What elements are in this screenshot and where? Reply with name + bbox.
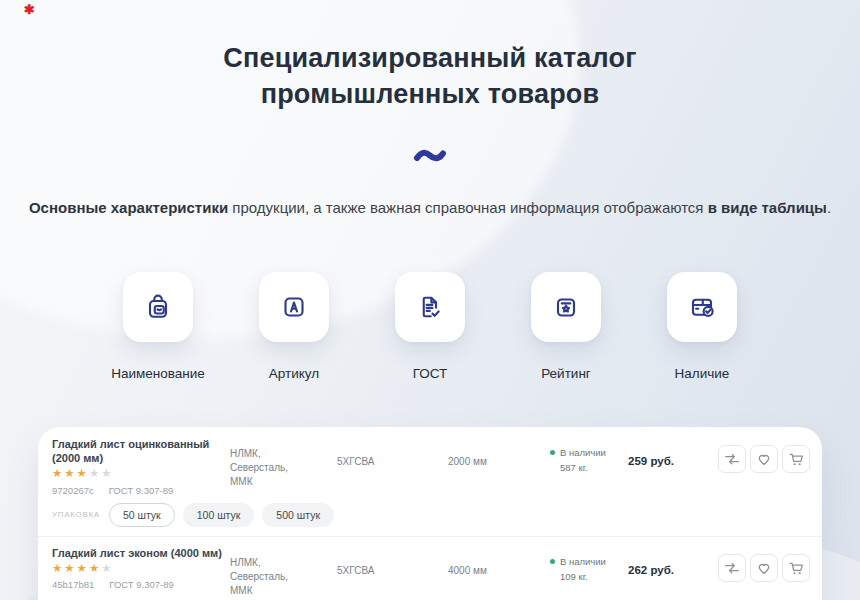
product-name-link[interactable]: Гладкий лист эконом (4000 мм)	[52, 546, 230, 560]
feature-label-rating: Рейтинг	[541, 366, 591, 381]
product-info-cell: Гладкий лист эконом (4000 мм) ★★★★★ 45b1…	[52, 546, 230, 591]
size-cell: 4000 мм	[448, 546, 550, 578]
compare-icon	[723, 450, 741, 468]
cart-icon	[787, 559, 805, 577]
box-check-icon	[687, 292, 717, 322]
feature-name: Наименование	[96, 272, 220, 381]
star-box-icon	[551, 292, 581, 322]
availability-cell: В наличии 109 кг.	[550, 546, 628, 584]
feature-card-availability	[667, 272, 737, 342]
product-row: Гладкий лист эконом (4000 мм) ★★★★★ 45b1…	[52, 546, 806, 600]
subtitle-period: .	[827, 199, 831, 216]
cart-button[interactable]	[782, 554, 810, 582]
page-title-line1: Специализированный каталог	[0, 40, 860, 76]
price-cell: 262 руб.	[628, 546, 718, 578]
suppliers-cell: НЛМК, Северсталь, ММК	[230, 437, 337, 489]
product-gost: ГОСТ 9.307-89	[109, 485, 174, 496]
packaging-option-500[interactable]: 500 штук	[262, 503, 334, 527]
page-subtitle: Основные характеристики продукции, а так…	[0, 199, 860, 216]
row-actions	[718, 546, 810, 582]
corner-asterisk-mark: ✱	[24, 2, 35, 17]
product-name-link[interactable]: Гладкий лист оцинкованный (2000 мм)	[52, 437, 230, 465]
feature-cards-row: Наименование Артикул ГОСТ	[0, 272, 860, 381]
feature-availability: Наличие	[640, 272, 764, 381]
feature-card-name	[123, 272, 193, 342]
stock-amount: 109 кг.	[560, 570, 628, 583]
steel-grade-cell: 5ХГСВА	[337, 437, 448, 469]
wave-divider	[0, 145, 860, 171]
feature-card-rating	[531, 272, 601, 342]
product-info-cell: Гладкий лист оцинкованный (2000 мм) ★★★★…	[52, 437, 230, 496]
feature-label-name: Наименование	[111, 366, 205, 381]
favorite-button[interactable]	[750, 445, 778, 473]
subtitle-text: продукции, а также важная справочная инф…	[228, 199, 707, 216]
row-divider	[38, 536, 822, 537]
size-cell: 2000 мм	[448, 437, 550, 469]
page-title: Специализированный каталог промышленных …	[0, 40, 860, 112]
tilde-wave-icon	[412, 145, 448, 167]
subtitle-bold-tail: в виде таблицы	[708, 199, 827, 216]
product-gost: ГОСТ 9.307-89	[109, 579, 174, 590]
letter-a-icon	[279, 292, 309, 322]
compare-button[interactable]	[718, 554, 746, 582]
suppliers-cell: НЛМК, Северсталь, ММК	[230, 546, 337, 598]
row-actions	[718, 437, 810, 473]
in-stock-dot	[550, 450, 555, 455]
product-table: Гладкий лист оцинкованный (2000 мм) ★★★★…	[38, 427, 822, 600]
stars-filled: ★★★★	[52, 562, 101, 574]
product-row: Гладкий лист оцинкованный (2000 мм) ★★★★…	[52, 437, 806, 527]
favorite-button[interactable]	[750, 554, 778, 582]
stock-status: В наличии	[560, 446, 606, 459]
feature-card-article	[259, 272, 329, 342]
stock-status: В наличии	[560, 555, 606, 568]
steel-grade-cell: 5ХГСВА	[337, 546, 448, 578]
product-sku: 45b17b81	[52, 579, 94, 590]
cart-icon	[787, 450, 805, 468]
page-title-line2: промышленных товаров	[0, 76, 860, 112]
feature-article: Артикул	[232, 272, 356, 381]
price-cell: 259 руб.	[628, 437, 718, 469]
cart-button[interactable]	[782, 445, 810, 473]
feature-label-gost: ГОСТ	[413, 366, 448, 381]
packaging-option-50[interactable]: 50 штук	[109, 503, 175, 527]
stars-empty: ★★	[89, 467, 114, 479]
in-stock-dot	[550, 559, 555, 564]
bag-icon	[143, 292, 173, 322]
subtitle-bold-lead: Основные характеристики	[29, 199, 228, 216]
rating-stars: ★★★★★	[52, 468, 230, 480]
feature-label-availability: Наличие	[675, 366, 730, 381]
heart-icon	[755, 450, 773, 468]
compare-icon	[723, 559, 741, 577]
stars-empty: ★	[101, 562, 113, 574]
feature-label-article: Артикул	[269, 366, 319, 381]
product-sku: 9720267c	[52, 485, 94, 496]
feature-gost: ГОСТ	[368, 272, 492, 381]
heart-icon	[755, 559, 773, 577]
rating-stars: ★★★★★	[52, 563, 230, 575]
availability-cell: В наличии 587 кг.	[550, 437, 628, 475]
packaging-label: УПАКОВКА	[52, 510, 100, 519]
document-check-icon	[415, 292, 445, 322]
compare-button[interactable]	[718, 445, 746, 473]
stock-amount: 587 кг.	[560, 461, 628, 474]
packaging-options-row: УПАКОВКА 50 штук 100 штук 500 штук	[52, 503, 806, 527]
packaging-option-100[interactable]: 100 штук	[183, 503, 255, 527]
feature-card-gost	[395, 272, 465, 342]
feature-rating: Рейтинг	[504, 272, 628, 381]
stars-filled: ★★★	[52, 467, 89, 479]
